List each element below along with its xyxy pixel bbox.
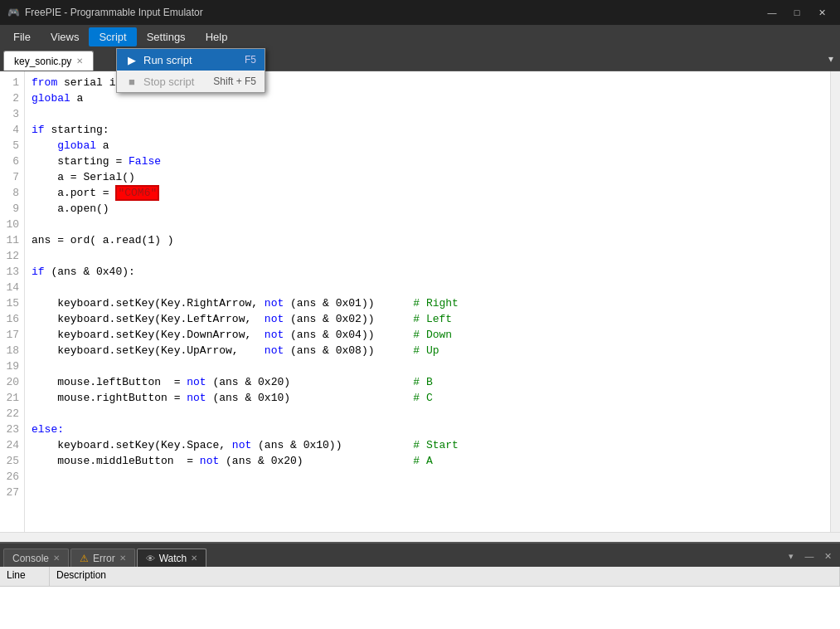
editor-area: 12345 678910 1112131415 1617181920 21222… [0,71,840,532]
run-shortcut: F5 [245,54,256,66]
stop-shortcut: Shift + F5 [213,76,256,87]
console-label: Console [12,553,49,564]
line-numbers: 12345 678910 1112131415 1617181920 21222… [0,71,25,532]
menu-bar: File Views Script Settings Help ▶ Run sc… [0,25,840,48]
script-dropdown: ▶ Run script F5 ■ Stop script Shift + F5 [116,48,265,93]
title-bar: 🎮 FreePIE - Programmable Input Emulator … [0,0,840,25]
watch-icon: 👁 [146,553,155,563]
menu-file[interactable]: File [3,27,41,46]
bottom-tab-console[interactable]: Console ✕ [3,549,69,567]
horizontal-scrollbar[interactable] [0,532,840,542]
error-close[interactable]: ✕ [119,553,126,563]
bottom-tab-bar: Console ✕ ⚠ Error ✕ 👁 Watch ✕ ▾ — ✕ [0,544,840,567]
tab-key-sonic[interactable]: key_sonic.py ✕ [3,51,94,71]
menu-help[interactable]: Help [196,27,238,46]
run-script-item[interactable]: ▶ Run script F5 [117,49,265,71]
warning-icon: ⚠ [80,553,89,564]
tab-dropdown-button[interactable]: ▾ [822,47,840,71]
panel-dropdown-button[interactable]: ▾ [784,549,799,563]
bottom-content: Line Description [0,567,840,629]
menu-script[interactable]: Script [89,27,136,46]
bottom-tab-error[interactable]: ⚠ Error ✕ [70,549,135,567]
title-text: FreePIE - Programmable Input Emulator [25,7,755,18]
tab-close-button[interactable]: ✕ [76,56,83,66]
window-controls: — □ ✕ [760,4,833,21]
tab-label: key_sonic.py [14,56,71,67]
code-editor[interactable]: from serial import Serial global a if st… [25,71,830,532]
bottom-tab-watch[interactable]: 👁 Watch ✕ [137,549,207,567]
bottom-panel: Console ✕ ⚠ Error ✕ 👁 Watch ✕ ▾ — ✕ Line… [0,542,840,629]
minimize-button[interactable]: — [760,4,784,21]
maximize-button[interactable]: □ [785,4,808,21]
console-close[interactable]: ✕ [53,553,60,563]
stop-script-label: Stop script [143,76,194,88]
vertical-scrollbar[interactable] [830,71,840,532]
app-icon: 🎮 [7,6,20,19]
watch-close[interactable]: ✕ [191,553,197,563]
panel-controls: ▾ — ✕ [784,549,840,567]
table-body [0,587,840,629]
error-label: Error [93,553,115,564]
run-script-label: Run script [143,54,192,66]
table-header: Line Description [0,567,840,587]
menu-views[interactable]: Views [41,27,89,46]
menu-settings[interactable]: Settings [137,27,196,46]
watch-label: Watch [159,553,187,564]
panel-close-button[interactable]: ✕ [820,549,835,563]
line-column-header: Line [0,567,50,586]
description-column-header: Description [50,567,840,586]
panel-minimize-button[interactable]: — [802,549,817,563]
run-icon: ▶ [125,53,138,66]
stop-script-item[interactable]: ■ Stop script Shift + F5 [117,71,265,92]
stop-icon: ■ [125,75,138,88]
close-button[interactable]: ✕ [810,4,833,21]
